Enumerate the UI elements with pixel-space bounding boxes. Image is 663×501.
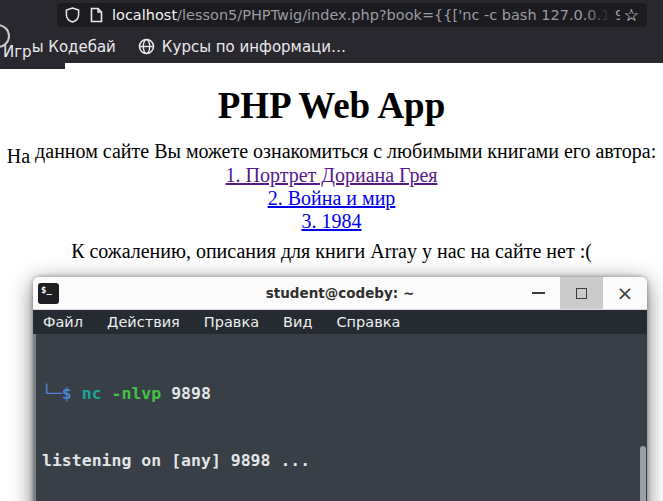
- menu-help[interactable]: Справка: [336, 314, 400, 330]
- screen: localhost/lesson5/PHPTwig/index.php?book…: [0, 0, 663, 501]
- minimize-button[interactable]: [516, 277, 560, 309]
- terminal-window: $_ student@codeby: ~ × Файл Действия Пра…: [33, 277, 647, 501]
- url-fade: [585, 3, 615, 27]
- minimize-icon: [532, 292, 545, 294]
- terminal-menubar: Файл Действия Правка Вид Справка: [33, 310, 647, 334]
- maximize-button[interactable]: [560, 277, 603, 309]
- prompt-command: nc: [82, 384, 102, 403]
- terminal-scrollbar[interactable]: [640, 446, 646, 501]
- prompt-symbol: └─$: [42, 384, 72, 403]
- prompt-args: -nlvp: [112, 384, 162, 403]
- menu-view[interactable]: Вид: [283, 314, 312, 330]
- terminal-line: listening on [any] 9898 ...: [42, 450, 647, 472]
- browser-toolbar: localhost/lesson5/PHPTwig/index.php?book…: [0, 0, 663, 30]
- page-icon[interactable]: [90, 7, 103, 23]
- bookmark-label: Курсы по информаци…: [162, 38, 346, 56]
- menu-actions[interactable]: Действия: [107, 314, 180, 330]
- window-controls: ×: [516, 277, 647, 309]
- book-link-2[interactable]: 2. Война и мир: [0, 187, 663, 210]
- terminal-output: └─$ nc -nlvp 9898 listening on [any] 989…: [33, 334, 647, 501]
- url-bar[interactable]: localhost/lesson5/PHPTwig/index.php?book…: [57, 3, 647, 27]
- url-host: localhost: [112, 7, 177, 23]
- book-link-1[interactable]: 1. Портрет Дориана Грея: [0, 164, 663, 187]
- bookmark-label-part: ы Кодебай: [32, 38, 116, 56]
- bookmarks-bar: Игры Кодебай Курсы по информаци…: [0, 30, 663, 63]
- url-path: /lesson5/PHPTwig/index.php?book={{['nc -…: [177, 7, 620, 23]
- intro-text: На данном сайте Вы можете ознакомиться с…: [0, 140, 663, 163]
- terminal-prompt-line: └─$ nc -nlvp 9898: [42, 383, 647, 405]
- prompt-port: 9898: [171, 384, 211, 403]
- page-title: PHP Web App: [0, 84, 663, 127]
- bookmarks-bar-notch: [0, 63, 65, 69]
- bookmark-star-icon[interactable]: ☆: [624, 7, 639, 24]
- bookmark-item-codeby-games[interactable]: Игры Кодебай: [3, 38, 116, 56]
- close-button[interactable]: ×: [603, 277, 647, 309]
- terminal-titlebar[interactable]: $_ student@codeby: ~ ×: [33, 277, 647, 310]
- bookmark-item-courses[interactable]: Курсы по информаци…: [138, 38, 346, 56]
- intro-rest: данном сайте Вы можете ознакомиться с лю…: [30, 140, 656, 162]
- close-icon: ×: [617, 283, 634, 303]
- globe-icon: [138, 38, 155, 55]
- book-not-found-message: К сожалению, описания для книги Array у …: [0, 240, 663, 263]
- shield-icon[interactable]: [65, 7, 80, 23]
- bookmark-label-part: Игр: [3, 43, 32, 61]
- maximize-icon: [576, 288, 587, 299]
- book-links: 1. Портрет Дориана Грея 2. Война и мир 3…: [0, 164, 663, 233]
- menu-edit[interactable]: Правка: [204, 314, 259, 330]
- menu-file[interactable]: Файл: [43, 314, 83, 330]
- url-text[interactable]: localhost/lesson5/PHPTwig/index.php?book…: [112, 7, 620, 23]
- book-link-3[interactable]: 3. 1984: [0, 210, 663, 233]
